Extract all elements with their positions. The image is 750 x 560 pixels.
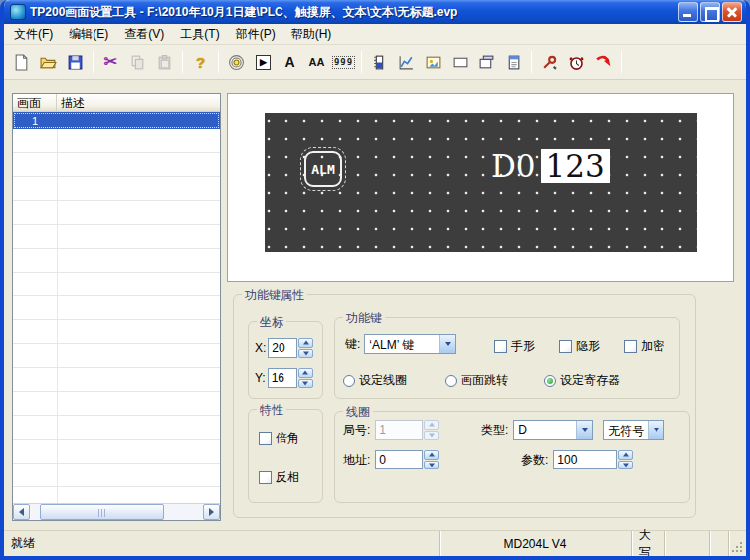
list-item[interactable] — [13, 464, 220, 487]
function-key-button[interactable] — [224, 50, 249, 75]
type-select-arrow-icon[interactable] — [576, 421, 592, 439]
parameter-value[interactable]: 100 — [553, 450, 617, 469]
play-part-button[interactable]: ▶ — [251, 50, 276, 75]
bar-level-icon — [371, 54, 388, 71]
list-item[interactable] — [13, 368, 220, 392]
maximize-button[interactable] — [700, 2, 720, 22]
list-item[interactable] — [13, 273, 220, 296]
parameter-down-button[interactable] — [618, 461, 633, 470]
alm-function-key[interactable]: ALM — [304, 151, 342, 187]
parameter-up-button[interactable] — [618, 450, 633, 460]
tools-button[interactable] — [537, 50, 562, 75]
list-item-selected[interactable]: 1 — [13, 112, 220, 129]
new-file-button[interactable] — [9, 50, 34, 75]
key-select-arrow-icon[interactable] — [439, 335, 455, 353]
alarm-clock-button[interactable] — [564, 50, 589, 75]
function-key-properties-group: 功能键属性 坐标 X: 20 Y: 16 — [233, 294, 696, 518]
menu-tools[interactable]: 工具(T) — [172, 24, 227, 45]
scrollbar-thumb[interactable] — [40, 504, 164, 520]
bar-level-button[interactable] — [367, 50, 392, 75]
scroll-right-button[interactable] — [203, 504, 220, 520]
list-item[interactable] — [13, 392, 220, 416]
list-item[interactable] — [13, 177, 220, 201]
radio-screen-jump[interactable]: 画面跳转 — [445, 372, 508, 389]
address-up-button[interactable] — [424, 450, 439, 460]
minimize-button[interactable] — [678, 2, 698, 22]
resize-grip[interactable] — [728, 531, 746, 556]
list-item[interactable] — [13, 153, 220, 177]
list-item[interactable] — [13, 225, 220, 249]
screen-jump-label: 画面跳转 — [461, 372, 508, 389]
list-item[interactable] — [13, 416, 220, 440]
list-item[interactable] — [13, 129, 220, 153]
list-item[interactable] — [13, 344, 220, 368]
text-a-icon: A — [284, 55, 294, 69]
key-select[interactable]: ‘ALM’ 键 — [364, 334, 456, 354]
menu-parts[interactable]: 部件(P) — [228, 24, 283, 45]
text-small-button[interactable]: A — [278, 50, 302, 75]
y-coordinate-stepper[interactable]: 16 — [268, 368, 313, 388]
save-button[interactable] — [63, 50, 88, 75]
horizontal-scrollbar[interactable] — [13, 503, 220, 520]
led-number-button[interactable]: 999 — [331, 50, 356, 75]
open-folder-button[interactable] — [36, 50, 61, 75]
register-name: D0 — [491, 149, 536, 183]
bitmap-button[interactable] — [421, 50, 446, 75]
x-coordinate-stepper[interactable]: 20 — [268, 338, 313, 358]
text-large-button[interactable]: AA — [304, 50, 329, 75]
screen-list: 画面 描述 1 — [12, 93, 221, 521]
scroll-left-button[interactable] — [13, 504, 30, 520]
checkbox-invisible[interactable]: 隐形 — [559, 338, 600, 355]
toolbar-separator — [531, 51, 532, 73]
toolbar-separator — [218, 51, 219, 73]
checkbox-inverse[interactable]: 反相 — [259, 469, 299, 486]
list-item[interactable] — [13, 320, 220, 344]
menu-view[interactable]: 查看(V) — [116, 24, 172, 45]
help-button[interactable]: ? — [188, 50, 213, 75]
y-down-button[interactable] — [298, 379, 313, 389]
y-coordinate-value[interactable]: 16 — [268, 368, 297, 388]
list-item[interactable] — [13, 440, 220, 464]
x-up-button[interactable] — [298, 338, 313, 348]
column-header-screen[interactable]: 画面 — [13, 94, 57, 111]
address-value[interactable]: 0 — [375, 450, 423, 469]
set-coil-label: 设定线圈 — [359, 372, 407, 389]
cut-button[interactable]: ✂ — [98, 50, 123, 75]
radio-set-register[interactable]: 设定寄存器 — [544, 372, 620, 389]
x-coordinate-value[interactable]: 20 — [268, 338, 297, 358]
list-item[interactable] — [13, 296, 220, 320]
traits-group: 特性 倍角 反相 — [248, 409, 323, 503]
register-readout[interactable]: D0 123 — [491, 149, 610, 183]
rectangle-button[interactable] — [448, 50, 472, 75]
address-stepper[interactable]: 0 — [375, 450, 439, 469]
list-item[interactable] — [13, 249, 220, 273]
checkbox-double-size[interactable]: 倍角 — [259, 430, 299, 447]
clipboard-register-button[interactable] — [501, 50, 526, 75]
x-down-button[interactable] — [298, 349, 313, 359]
list-item[interactable] — [13, 201, 220, 225]
menu-help[interactable]: 帮助(H) — [283, 24, 340, 45]
toolbar-separator — [361, 51, 362, 73]
menu-file[interactable]: 文件(F) — [6, 24, 61, 45]
sign-select-arrow-icon[interactable] — [648, 421, 663, 439]
address-down-button[interactable] — [424, 461, 439, 470]
copy-button[interactable] — [125, 50, 150, 75]
trend-chart-button[interactable] — [394, 50, 419, 75]
address-label: 地址: — [343, 452, 370, 468]
parameter-stepper[interactable]: 100 — [553, 450, 633, 469]
sign-select[interactable]: 无符号 — [603, 420, 664, 440]
y-up-button[interactable] — [298, 368, 313, 378]
checkbox-hand-shape[interactable]: 手形 — [494, 338, 535, 355]
download-button[interactable] — [591, 50, 616, 75]
paste-button[interactable] — [152, 50, 177, 75]
radio-set-coil[interactable]: 设定线圈 — [343, 372, 407, 389]
lcd-canvas[interactable]: ALM D0 123 — [265, 113, 697, 252]
type-select[interactable]: D — [513, 420, 593, 440]
window-overlap-button[interactable] — [474, 50, 499, 75]
led-digits-icon: 999 — [332, 56, 355, 69]
menu-edit[interactable]: 编辑(E) — [61, 24, 116, 45]
checkbox-encrypt[interactable]: 加密 — [624, 338, 664, 355]
column-header-description[interactable]: 描述 — [57, 94, 220, 111]
close-button[interactable] — [722, 2, 742, 22]
scrollbar-track[interactable] — [30, 504, 203, 520]
